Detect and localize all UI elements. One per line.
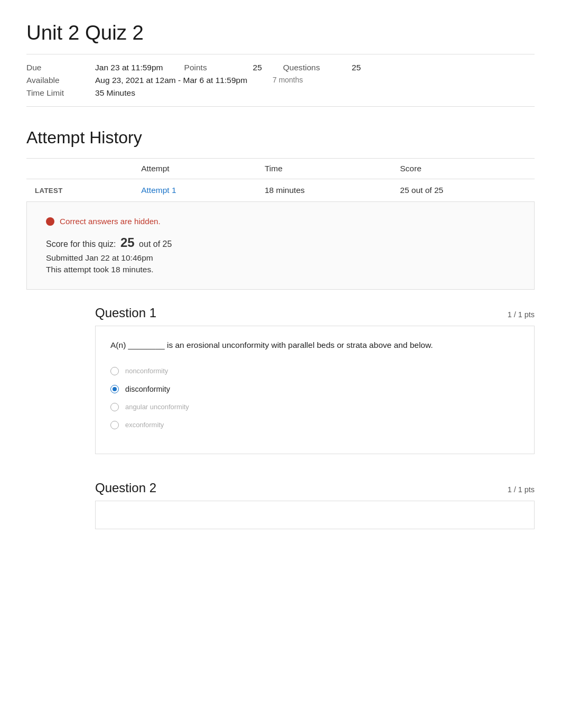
radio-1-4[interactable] [110,421,119,429]
due-value: Jan 23 at 11:59pm [95,63,163,72]
answer-option-1-4[interactable]: exconformity [110,421,519,429]
notice-icon [46,217,54,226]
submitted-line: Submitted Jan 22 at 10:46pm [46,253,515,263]
question-pts-1: 1 / 1 pts [508,310,535,319]
notice-text: Correct answers are hidden. [60,217,161,226]
attempt-time: 18 minutes [265,186,305,195]
question-title-2: Question 2 [95,481,156,495]
answer-option-1-1[interactable]: nonconformity [110,367,519,375]
latest-label: LATEST [35,187,63,195]
attempt-history-table: Attempt Time Score LATEST Attempt 1 18 m… [26,158,535,202]
score-suffix: out of 25 [139,239,172,248]
correct-answers-notice: Correct answers are hidden. [46,217,515,226]
question-content-1: A(n) ________ is an erosional unconformi… [95,326,535,454]
attempt-history-title: Attempt History [26,128,535,148]
question-title-1: Question 1 [95,306,156,320]
available-value: Aug 23, 2021 at 12am - Mar 6 at 11:59pm [95,76,247,85]
answer-option-1-3[interactable]: angular unconformity [110,403,519,411]
meta-row-time-limit: Time Limit 35 Minutes [26,88,535,98]
quiz-result-box: Correct answers are hidden. Score for th… [26,202,535,290]
table-row: LATEST Attempt 1 18 minutes 25 out of 25 [26,179,535,202]
col-header-score: Score [391,159,535,179]
attempt-score: 25 out of 25 [400,186,443,195]
radio-1-3[interactable] [110,403,119,411]
answer-label-1-3: angular unconformity [125,403,189,411]
question-content-2 [95,501,535,529]
radio-1-1[interactable] [110,367,119,375]
time-limit-label: Time Limit [26,88,74,98]
meta-row-due: Due Jan 23 at 11:59pm Points 25 Question… [26,63,535,72]
quiz-meta-box: Due Jan 23 at 11:59pm Points 25 Question… [26,54,535,107]
questions-value: 25 [352,63,361,72]
col-header-attempt: Attempt [133,159,256,179]
questions-label: Questions [283,63,331,72]
answer-option-1-2[interactable]: disconformity [110,385,519,393]
time-limit-value: 35 Minutes [95,88,135,98]
question-header-1: Question 11 / 1 pts [95,306,535,326]
points-value: 25 [253,63,262,72]
questions-container: Question 11 / 1 ptsA(n) ________ is an e… [26,306,535,529]
question-pts-2: 1 / 1 pts [508,485,535,494]
question-block-1: Question 11 / 1 ptsA(n) ________ is an e… [95,306,535,454]
score-line: Score for this quiz: 25 out of 25 [46,235,515,250]
available-note: 7 months [273,76,303,85]
due-label: Due [26,63,74,72]
score-number: 25 [120,235,135,250]
question-header-2: Question 21 / 1 pts [95,481,535,501]
col-header-empty [26,159,133,179]
answer-label-1-1: nonconformity [125,367,168,375]
question-block-2: Question 21 / 1 pts [95,481,535,529]
meta-row-available: Available Aug 23, 2021 at 12am - Mar 6 a… [26,76,535,85]
points-label: Points [184,63,232,72]
answer-label-1-2: disconformity [125,385,170,393]
answer-label-1-4: exconformity [125,421,164,429]
radio-1-2[interactable] [110,385,119,393]
question-text-1: A(n) ________ is an erosional unconformi… [110,339,519,352]
col-header-time: Time [256,159,391,179]
attempt-link[interactable]: Attempt 1 [141,186,176,195]
page-title: Unit 2 Quiz 2 [26,21,535,44]
score-prefix: Score for this quiz: [46,239,116,248]
available-label: Available [26,76,74,85]
time-taken-line: This attempt took 18 minutes. [46,265,515,274]
